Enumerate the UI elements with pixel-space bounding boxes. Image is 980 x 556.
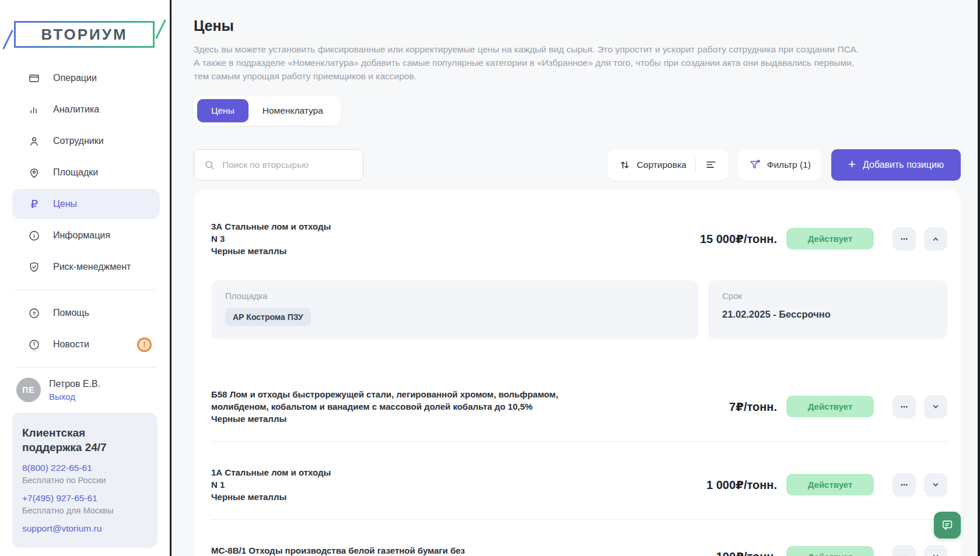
add-position-label: Добавить позицию — [863, 160, 944, 170]
ellipsis-icon — [898, 233, 910, 245]
sidebar-item-analytics[interactable]: Аналитика — [12, 94, 160, 125]
logout-link[interactable]: Выход — [49, 392, 100, 402]
item-controls: 100₽/тонн. Действует — [716, 545, 947, 556]
tabs: Цены Номенклатура — [194, 96, 341, 126]
item-category: Черные металлы — [211, 413, 718, 425]
sidebar-item-prices[interactable]: ₽ Цены — [12, 189, 160, 219]
filter-icon — [748, 159, 761, 171]
chevron-down-icon — [930, 401, 942, 413]
item-title: Б58 Лом и отходы быстрорежущей стали, ле… — [211, 388, 729, 425]
support-phone-russia[interactable]: 8(800) 222-65-61 — [22, 463, 148, 473]
sidebar-item-label: Операции — [53, 73, 97, 83]
item-controls: 15 000₽/тонн. Действует — [700, 227, 947, 251]
description-line: тем самым упрощая работу приемщиков и ка… — [194, 69, 961, 83]
main-content: Цены Здесь вы можете установить фиксиров… — [173, 0, 980, 556]
info-icon — [28, 230, 40, 242]
sidebar-item-sites[interactable]: Площадки — [12, 157, 160, 188]
support-phone-moscow-note: Бесплатно для Москвы — [22, 506, 148, 515]
expand-button[interactable] — [924, 545, 947, 556]
map-pin-icon — [28, 167, 40, 179]
page-description: Здесь вы можете установить фиксированные… — [194, 43, 961, 83]
item-menu-button[interactable] — [892, 545, 916, 556]
brand-name: ВТОРИУМ — [41, 26, 127, 44]
price-list: 3А Стальные лом и отходы N 3 Черные мета… — [194, 190, 961, 556]
term-label: Срок — [722, 291, 933, 301]
term-value: 21.02.2025 - Бессрочно — [722, 309, 933, 320]
item-menu-button[interactable] — [892, 227, 916, 251]
sidebar-divider — [14, 290, 156, 290]
support-email[interactable]: support@vtorium.ru — [22, 523, 148, 534]
toolbar: Сортировка Фильтр (1) + Добавить позицию — [194, 149, 961, 181]
person-icon — [28, 135, 40, 147]
search-input[interactable] — [222, 160, 354, 170]
news-alert-badge: ! — [137, 337, 152, 352]
sidebar-item-employees[interactable]: Сотрудники — [12, 126, 160, 156]
item-controls: 1 000₽/тонн. Действует — [706, 473, 947, 497]
add-position-button[interactable]: + Добавить позицию — [831, 149, 961, 181]
support-phone-russia-note: Бесплатно по России — [22, 476, 148, 485]
price-list-item: 1А Стальные лом и отходы N 1 Черные мета… — [211, 441, 947, 519]
item-menu-button[interactable] — [892, 395, 916, 418]
chat-button[interactable] — [934, 512, 961, 539]
item-price: 7₽/тонн. — [729, 400, 777, 414]
user-block: ПЕ Петров Е.В. Выход — [0, 375, 170, 402]
sidebar: ВТОРИУМ Операции Аналитика Сотрудники Пл… — [0, 0, 172, 556]
search-icon — [204, 159, 215, 171]
collapse-button[interactable] — [924, 227, 947, 251]
price-list-item: МС-8В/1 Отходы производства белой газетн… — [211, 519, 947, 556]
expand-button[interactable] — [924, 473, 947, 497]
item-title: МС-8В/1 Отходы производства белой газетн… — [211, 544, 716, 556]
price-list-item: 3А Стальные лом и отходы N 3 Черные мета… — [211, 220, 947, 364]
sidebar-item-risk-management[interactable]: Риск-менеджмент — [12, 252, 160, 282]
sidebar-item-operations[interactable]: Операции — [12, 63, 160, 93]
search-box[interactable] — [194, 149, 363, 181]
sidebar-item-label: Риск-менеджмент — [53, 262, 131, 272]
expand-button[interactable] — [924, 395, 947, 418]
sidebar-item-information[interactable]: Информация — [12, 220, 160, 251]
item-summary: 3А Стальные лом и отходы N 3 Черные мета… — [211, 220, 947, 257]
sort-arrows-icon — [618, 159, 631, 171]
price-list-item: Б58 Лом и отходы быстрорежущей стали, ле… — [211, 364, 947, 441]
item-category: Черные металлы — [211, 245, 688, 257]
chevron-up-icon — [930, 233, 942, 245]
toolbar-actions: Сортировка Фильтр (1) + Добавить позицию — [608, 149, 961, 181]
sidebar-item-help[interactable]: ? Помощь — [12, 298, 160, 328]
chat-bubble-icon — [941, 519, 954, 532]
item-title-line: МС-8В/1 Отходы производства белой газетн… — [211, 544, 705, 556]
avatar: ПЕ — [16, 378, 41, 402]
status-badge: Действует — [786, 228, 874, 249]
page-title: Цены — [194, 17, 961, 34]
user-name: Петров Е.В. — [49, 378, 100, 389]
item-summary: 1А Стальные лом и отходы N 1 Черные мета… — [211, 466, 947, 503]
support-title: Клиентская поддержка 24/7 — [22, 425, 139, 455]
sidebar-item-label: Цены — [53, 199, 77, 209]
item-price: 15 000₽/тонн. — [700, 232, 777, 246]
item-menu-button[interactable] — [892, 473, 916, 497]
item-category: Черные металлы — [211, 491, 695, 503]
status-badge: Действует — [786, 546, 874, 556]
item-title-line: молибденом, кобальтом и ванадием с массо… — [211, 400, 718, 413]
bar-chart-icon — [28, 104, 40, 116]
sidebar-item-news[interactable]: Новости ! — [12, 329, 160, 360]
tab-nomenclature[interactable]: Номенклатура — [249, 99, 337, 122]
tab-prices[interactable]: Цены — [197, 99, 249, 122]
item-title-line: N 1 — [211, 478, 695, 491]
item-price: 1 000₽/тонн. — [706, 478, 777, 492]
sidebar-item-label: Аналитика — [53, 104, 99, 115]
sidebar-item-label: Новости — [53, 339, 89, 350]
item-summary: Б58 Лом и отходы быстрорежущей стали, ле… — [211, 388, 947, 425]
site-chip: АР Кострома ПЗУ — [225, 308, 311, 326]
sort-button[interactable]: Сортировка — [608, 149, 728, 181]
support-phone-moscow[interactable]: +7(495) 927-65-61 — [22, 493, 148, 504]
sort-order-icon[interactable] — [705, 159, 718, 171]
alert-icon — [28, 339, 40, 351]
status-badge: Действует — [786, 474, 874, 495]
item-title-line: Б58 Лом и отходы быстрорежущей стали, ле… — [211, 388, 718, 400]
ruble-icon: ₽ — [28, 198, 40, 210]
status-badge: Действует — [786, 396, 874, 417]
filter-button[interactable]: Фильтр (1) — [738, 149, 821, 181]
item-details: Площадка АР Кострома ПЗУ Срок 21.02.2025… — [211, 280, 947, 339]
ellipsis-icon — [898, 401, 910, 413]
brand-logo: ВТОРИУМ — [14, 21, 155, 48]
site-label: Площадка — [225, 291, 684, 301]
